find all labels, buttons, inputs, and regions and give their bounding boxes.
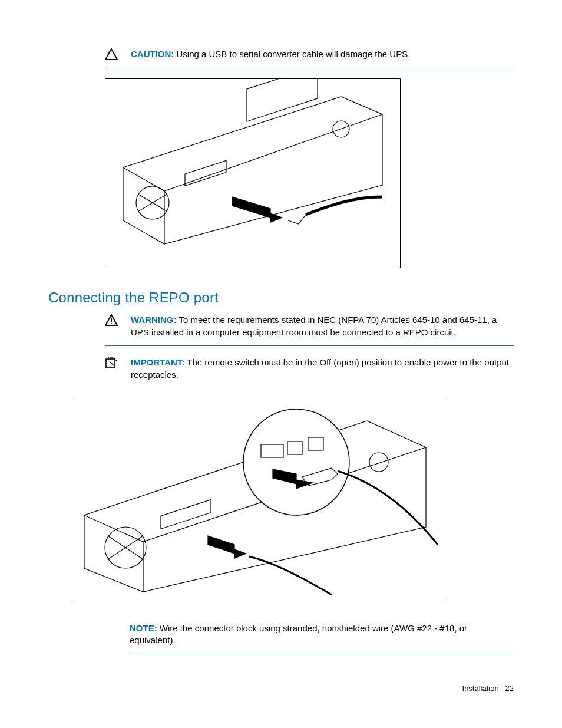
svg-rect-3 <box>185 160 226 186</box>
footer-section: Installation <box>462 684 499 693</box>
svg-point-10 <box>243 409 349 515</box>
svg-point-7 <box>369 453 388 472</box>
page-footer: Installation 22 <box>462 684 514 693</box>
warning-label: WARNING: <box>131 315 177 325</box>
figure-repo-port <box>72 397 444 601</box>
caution-body: Using a USB to serial converter cable wi… <box>177 49 411 59</box>
caution-block: CAUTION: Using a USB to serial converter… <box>105 46 514 70</box>
section-heading: Connecting the REPO port <box>48 289 514 306</box>
caution-text: CAUTION: Using a USB to serial converter… <box>128 48 514 61</box>
note-block: NOTE: Wire the connector block using str… <box>130 619 514 654</box>
svg-rect-9 <box>161 499 211 529</box>
figure-usb-serial <box>105 78 401 268</box>
page-content: CAUTION: Using a USB to serial converter… <box>0 0 562 728</box>
svg-rect-2 <box>247 79 318 121</box>
important-body: The remote switch must be in the Off (op… <box>131 357 509 380</box>
caution-label: CAUTION: <box>131 49 174 59</box>
important-text: IMPORTANT: The remote switch must be in … <box>128 357 514 381</box>
important-icon <box>105 357 128 371</box>
svg-rect-6 <box>106 359 115 368</box>
warning-block: WARNING: To meet the requirements stated… <box>105 312 514 346</box>
svg-point-5 <box>111 323 112 324</box>
caution-icon <box>105 48 128 62</box>
note-body: Wire the connector block using stranded,… <box>130 623 467 645</box>
warning-icon <box>105 314 128 328</box>
important-label: IMPORTANT: <box>131 357 184 367</box>
footer-page-number: 22 <box>505 684 514 693</box>
warning-body: To meet the requirements stated in NEC (… <box>131 315 497 337</box>
note-label: NOTE: <box>130 623 157 633</box>
warning-text: WARNING: To meet the requirements stated… <box>128 314 514 338</box>
important-block: IMPORTANT: The remote switch must be in … <box>105 354 514 388</box>
